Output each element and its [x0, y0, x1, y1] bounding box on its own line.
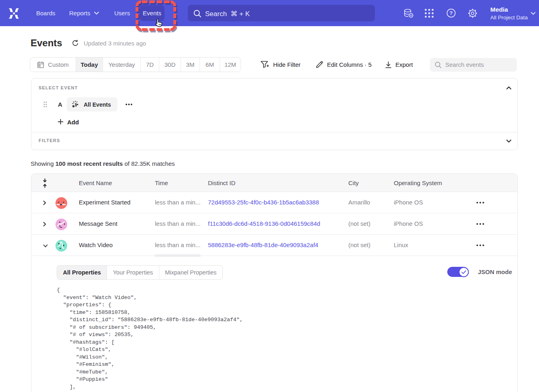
svg-text:?: ?: [450, 10, 453, 16]
